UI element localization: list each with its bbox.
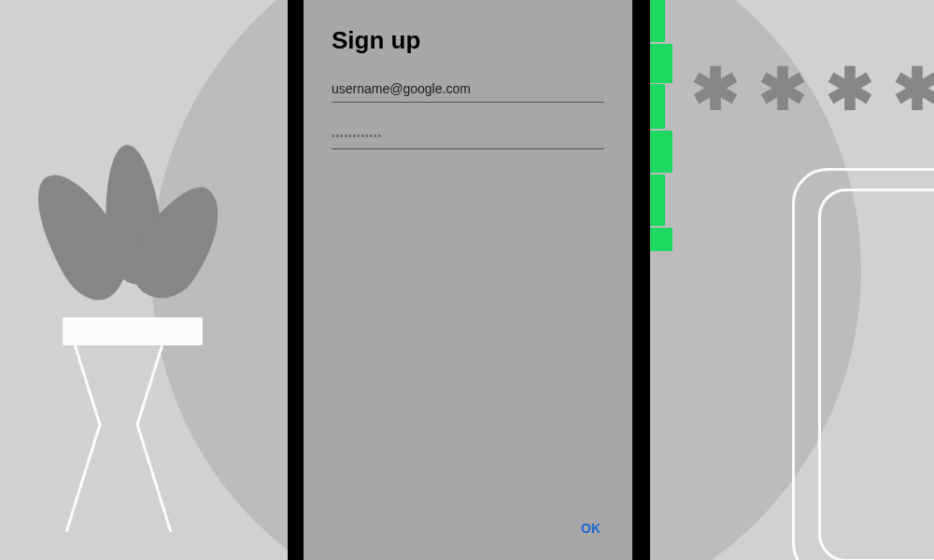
phone-screen: Sign up •••••••••••• OK — [304, 0, 632, 560]
asterisk-icon: ✱ — [826, 61, 874, 119]
username-field[interactable] — [332, 76, 604, 103]
asterisk-icon: ✱ — [758, 61, 807, 119]
accent-bar — [650, 44, 672, 83]
accent-bar — [650, 131, 672, 173]
password-field[interactable]: •••••••••••• — [332, 123, 604, 149]
accent-bar — [650, 0, 665, 42]
page-title: Sign up — [332, 26, 604, 55]
pot-outline-icon — [63, 317, 175, 532]
pot-icon — [63, 317, 203, 560]
accent-bar — [650, 84, 665, 129]
asterisk-icon: ✱ — [691, 61, 740, 119]
tablet-inner-icon — [818, 189, 934, 560]
asterisk-icon: ✱ — [893, 61, 934, 119]
accent-bar — [650, 175, 665, 226]
plant-illustration — [0, 145, 224, 560]
ok-button[interactable]: OK — [577, 515, 604, 541]
password-asterisks: ✱ ✱ ✱ ✱ — [691, 61, 934, 119]
accent-bar — [650, 228, 672, 251]
